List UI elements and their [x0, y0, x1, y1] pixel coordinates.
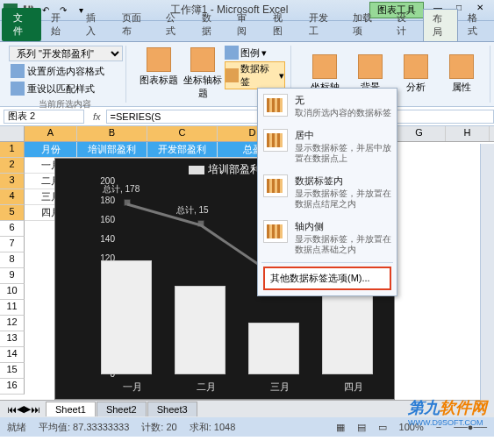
cell[interactable]: 月份	[25, 142, 77, 158]
sheet-tab-2[interactable]: Sheet2	[97, 402, 147, 416]
status-count: 计数: 20	[141, 421, 176, 434]
fx-icon[interactable]: fx	[88, 111, 106, 122]
col-header-c[interactable]: C	[147, 126, 218, 141]
line-point[interactable]	[124, 199, 131, 206]
sheet-tab-1[interactable]: Sheet1	[46, 402, 96, 416]
format-icon	[11, 64, 25, 78]
row-header[interactable]: 16	[0, 379, 25, 395]
y-tick: 180	[89, 196, 115, 205]
analysis-button[interactable]: 分析	[393, 46, 439, 103]
watermark: 第九软件网 WWW.D9SOFT.COM	[408, 397, 487, 427]
chart-title-icon	[147, 47, 171, 72]
status-sum: 求和: 1048	[190, 421, 236, 434]
row-header[interactable]: 3	[0, 174, 25, 189]
legend-swatch	[189, 166, 204, 174]
col-header-h[interactable]: H	[446, 126, 490, 141]
row-header[interactable]: 2	[0, 158, 25, 174]
tab-data[interactable]: 数据	[192, 8, 228, 41]
sheet-nav-prev[interactable]: ◀	[17, 403, 24, 415]
data-labels-dropdown: 无取消所选内容的数据标签 居中显示数据标签，并居中放置在数据点上 数据标签内显示…	[257, 88, 397, 296]
status-ready: 就绪	[7, 421, 26, 434]
analysis-icon	[404, 54, 428, 79]
axis-title-button[interactable]: 坐标轴标题	[181, 46, 225, 102]
properties-icon	[449, 54, 474, 79]
reset-style-button[interactable]: 重设以匹配样式	[9, 81, 120, 96]
col-header-b[interactable]: B	[77, 126, 147, 141]
row-header[interactable]: 9	[0, 268, 25, 284]
ribbon-group-selection: 系列 "开发部盈利" 设置所选内容格式 重设以匹配样式 当前所选内容	[4, 46, 126, 103]
data-label[interactable]: 总计, 178	[103, 183, 140, 196]
tab-file[interactable]: 文件	[2, 8, 41, 41]
y-tick: 160	[89, 215, 115, 224]
option-icon	[263, 94, 288, 117]
row-header[interactable]: 15	[0, 363, 25, 379]
formula-bar-row: fx =SERIES(S$A$5,	[0, 107, 494, 126]
tab-chart-design[interactable]: 设计	[387, 8, 423, 41]
vertical-scrollbar[interactable]	[480, 144, 494, 413]
row-header[interactable]: 11	[0, 300, 25, 316]
tab-chart-format[interactable]: 格式	[458, 8, 494, 41]
dropdown-item-inside-end[interactable]: 数据标签内显示数据标签，并放置在数据点结尾之内	[258, 169, 397, 215]
status-avg: 平均值: 87.33333333	[39, 421, 129, 434]
col-header-g[interactable]: G	[393, 126, 446, 141]
tab-page-layout[interactable]: 页面布	[112, 8, 156, 41]
data-labels-button[interactable]: 数据标签 ▾	[225, 61, 285, 89]
col-header-a[interactable]: A	[25, 126, 77, 141]
row-header[interactable]: 12	[0, 316, 25, 331]
chart-bar[interactable]	[101, 260, 152, 374]
view-pagebreak-icon[interactable]: ▭	[378, 422, 387, 433]
data-label[interactable]: 总计, 15	[176, 204, 209, 217]
row-header[interactable]: 13	[0, 331, 25, 347]
dropdown-item-none[interactable]: 无取消所选内容的数据标签	[258, 89, 397, 124]
ribbon-tabs: 文件 开始 插入 页面布 公式 数据 审阅 视图 开发工 加载项 设计 布局 格…	[0, 21, 494, 42]
dropdown-item-center[interactable]: 居中显示数据标签，并居中放置在数据点上	[258, 124, 397, 169]
axis-title-icon	[190, 47, 215, 72]
column-headers: A B C D E F G H	[0, 126, 494, 142]
tab-formula[interactable]: 公式	[156, 8, 192, 41]
row-header[interactable]: 4	[0, 189, 25, 205]
dropdown-more-options[interactable]: 其他数据标签选项(M)...	[263, 267, 391, 290]
x-tick: 四月	[319, 380, 389, 394]
row-header[interactable]: 5	[0, 205, 25, 221]
sheet-nav-next[interactable]: ▶	[24, 403, 31, 415]
format-selection-button[interactable]: 设置所选内容格式	[9, 63, 120, 79]
row-headers: 1 2 3 4 5 6 7 8 9 10 11 12 13 14 15 16	[0, 142, 25, 400]
tab-review[interactable]: 审阅	[227, 8, 263, 41]
sheet-nav-last[interactable]: ⏭	[31, 404, 40, 415]
cell[interactable]: 开发部盈利	[147, 142, 218, 158]
tab-home[interactable]: 开始	[41, 8, 77, 41]
chart-bar[interactable]	[248, 323, 299, 374]
line-point[interactable]	[197, 220, 204, 227]
row-header[interactable]: 7	[0, 237, 25, 252]
chart-bar[interactable]	[322, 290, 373, 374]
tab-developer[interactable]: 开发工	[299, 8, 343, 41]
cell[interactable]: 培训部盈利	[77, 142, 147, 158]
legend-button[interactable]: 图例 ▾	[225, 46, 285, 60]
dropdown-item-inside-base[interactable]: 轴内侧显示数据标签，并放置在数据点基础之内	[258, 215, 397, 260]
sheet-tab-3[interactable]: Sheet3	[147, 402, 197, 416]
x-tick: 三月	[245, 380, 315, 394]
row-header[interactable]: 8	[0, 252, 25, 268]
chart-bar[interactable]	[175, 286, 226, 374]
tab-view[interactable]: 视图	[263, 8, 299, 41]
chart-title-button[interactable]: 图表标题	[137, 46, 181, 89]
tab-chart-layout[interactable]: 布局	[423, 9, 459, 41]
name-box[interactable]	[4, 110, 84, 124]
row-header[interactable]: 6	[0, 221, 25, 237]
option-icon	[263, 174, 288, 197]
reset-icon	[11, 82, 25, 96]
select-all-corner[interactable]	[0, 126, 25, 141]
view-normal-icon[interactable]: ▦	[336, 422, 345, 433]
row-header[interactable]: 1	[0, 142, 25, 158]
option-icon	[263, 220, 288, 243]
axes-icon	[312, 54, 337, 79]
option-icon	[263, 129, 288, 152]
view-layout-icon[interactable]: ▤	[357, 422, 366, 433]
row-header[interactable]: 10	[0, 284, 25, 300]
properties-button[interactable]: 属性	[439, 46, 484, 103]
tab-insert[interactable]: 插入	[76, 8, 112, 41]
sheet-nav-first[interactable]: ⏮	[7, 404, 17, 415]
row-header[interactable]: 14	[0, 347, 25, 363]
chart-element-selector[interactable]: 系列 "开发部盈利"	[9, 46, 123, 61]
tab-addin[interactable]: 加载项	[343, 8, 387, 41]
